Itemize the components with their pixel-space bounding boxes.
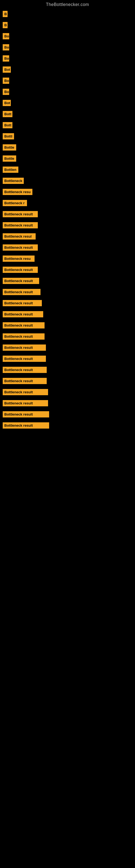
bottleneck-label: Bo: [3, 89, 9, 95]
list-item: Bottleneck result: [3, 278, 132, 284]
bottleneck-label: Bottleneck result: [3, 222, 38, 228]
list-item: Bottleneck result: [3, 333, 132, 340]
list-item: Bottleneck result: [3, 422, 132, 429]
list-item: Bottleneck result: [3, 311, 132, 317]
bottleneck-label: Bot: [3, 66, 11, 73]
bottleneck-label: Bottl: [3, 133, 14, 140]
list-item: Bot: [3, 66, 132, 73]
list-item: Bottleneck result: [3, 355, 132, 362]
bottleneck-label: Bottleneck result: [3, 211, 38, 217]
bottleneck-label: Bottleneck result: [3, 300, 42, 306]
list-item: Bottle: [3, 144, 132, 151]
bottleneck-label: Bottleneck result: [3, 411, 49, 417]
bottleneck-label: Bottleneck result: [3, 311, 43, 317]
bottleneck-label: Bottleneck result: [3, 278, 39, 284]
bottleneck-label: Bottle: [3, 155, 16, 162]
list-item: Bot: [3, 100, 132, 106]
bottleneck-label: Bottleneck result: [3, 267, 38, 273]
list-item: Bo: [3, 55, 132, 62]
bottleneck-label: Bottleneck result: [3, 400, 48, 406]
list-item: Bottleneck result: [3, 211, 132, 217]
list-item: Bottleneck resu: [3, 189, 132, 195]
bottleneck-label: Bottleneck result: [3, 322, 45, 329]
bottleneck-label: Bottleneck result: [3, 422, 49, 429]
bottleneck-label: Bottle: [3, 144, 16, 151]
bottleneck-label: Bottleneck resul: [3, 233, 36, 240]
bottleneck-label: Bo: [3, 55, 9, 62]
list-item: Bottleneck result: [3, 289, 132, 295]
list-item: Bottleneck result: [3, 400, 132, 406]
bottleneck-label: Bottleneck result: [3, 244, 38, 251]
bottleneck-label: Bott: [3, 111, 12, 117]
bottleneck-label: Bo: [3, 78, 9, 84]
list-item: Bottleneck result: [3, 411, 132, 417]
list-item: Bo: [3, 78, 132, 84]
bottleneck-label: Bottleneck result: [3, 333, 45, 340]
list-item: Bott: [3, 122, 132, 128]
list-item: B: [3, 11, 132, 17]
list-item: Bottleneck result: [3, 389, 132, 395]
bottleneck-label: Bottleneck resu: [3, 189, 32, 195]
list-item: Bottleneck result: [3, 267, 132, 273]
items-container: BBBoBoBoBotBoBoBotBottBottBottlBottleBot…: [0, 8, 135, 429]
bottleneck-label: Bottleneck result: [3, 378, 47, 384]
list-item: Bottleneck result: [3, 300, 132, 306]
list-item: Bottlen: [3, 166, 132, 173]
bottleneck-label: Bottleneck result: [3, 389, 48, 395]
bottleneck-label: Bot: [3, 100, 11, 106]
list-item: Bottl: [3, 133, 132, 140]
bottleneck-label: Bottleneck result: [3, 344, 46, 351]
list-item: Bo: [3, 44, 132, 51]
bottleneck-label: B: [3, 22, 8, 28]
list-item: Bottleneck result: [3, 322, 132, 329]
bottleneck-label: Bottleneck resu: [3, 255, 35, 262]
list-item: B: [3, 22, 132, 28]
list-item: Bottleneck resu: [3, 255, 132, 262]
bottleneck-label: Bo: [3, 33, 9, 39]
bottleneck-label: Bottleneck result: [3, 367, 47, 373]
bottleneck-label: Bo: [3, 44, 9, 51]
list-item: Bottle: [3, 155, 132, 162]
list-item: Bottleneck result: [3, 378, 132, 384]
list-item: Bottleneck resul: [3, 233, 132, 240]
bottleneck-label: Bottlen: [3, 166, 18, 173]
bottleneck-label: B: [3, 11, 8, 17]
list-item: Bottleneck r: [3, 200, 132, 206]
list-item: Bo: [3, 89, 132, 95]
bottleneck-label: Bottleneck: [3, 178, 24, 184]
site-title: TheBottlenecker.com: [0, 0, 135, 8]
bottleneck-label: Bottleneck r: [3, 200, 27, 206]
list-item: Bottleneck result: [3, 367, 132, 373]
list-item: Bottleneck: [3, 178, 132, 184]
bottleneck-label: Bott: [3, 122, 12, 128]
list-item: Bottleneck result: [3, 222, 132, 228]
list-item: Bott: [3, 111, 132, 117]
list-item: Bottleneck result: [3, 244, 132, 251]
list-item: Bo: [3, 33, 132, 39]
list-item: Bottleneck result: [3, 344, 132, 351]
bottleneck-label: Bottleneck result: [3, 289, 41, 295]
bottleneck-label: Bottleneck result: [3, 355, 46, 362]
